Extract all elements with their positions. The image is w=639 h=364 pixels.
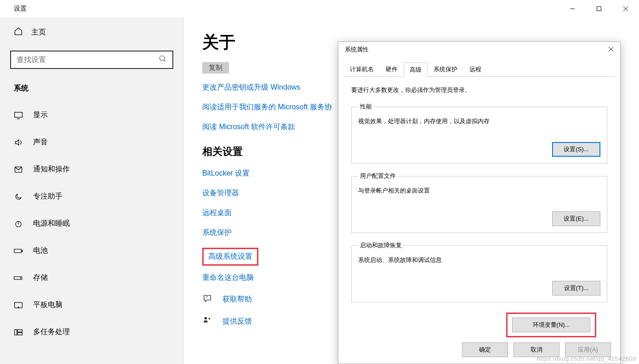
watermark: https://blog.csdn.net/qq_42542609 [537,355,636,362]
tab-computer-name[interactable]: 计算机名 [344,62,380,76]
svg-rect-17 [15,330,17,335]
performance-legend: 性能 [358,102,374,111]
startup-recovery-group: 启动和故障恢复 系统启动、系统故障和调试信息 设置(T)... [351,241,607,302]
svg-text:?: ? [206,296,208,300]
svg-point-21 [205,317,207,319]
sidebar-item-notifications[interactable]: 通知和操作 [0,156,183,183]
sidebar-item-tablet[interactable]: 平板电脑 [0,291,183,318]
sidebar: 主页 系统 显示 声音 通知和操作 专注助手 [0,17,184,364]
environment-variables-button[interactable]: 环境变量(N)... [512,318,590,332]
dialog-content: 要进行大多数更改，你必须作为管理员登录。 性能 视觉效果，处理器计划，内存使用，… [338,77,620,342]
svg-point-16 [18,307,18,307]
svg-rect-12 [22,250,23,251]
feedback-label: 提供反馈 [223,317,252,326]
user-profile-group: 用户配置文件 与登录帐户相关的桌面设置 设置(E)... [351,172,607,233]
sidebar-item-label: 通知和操作 [33,165,70,174]
dialog-tabs: 计算机名 硬件 高级 系统保护 远程 [344,62,615,77]
sidebar-home[interactable]: 主页 [0,22,183,42]
maximize-button[interactable] [586,0,612,17]
sidebar-item-label: 显示 [33,110,48,120]
ok-button[interactable]: 确定 [462,342,508,357]
tab-system-protection[interactable]: 系统保护 [428,62,463,76]
notification-icon [14,165,23,174]
multitask-icon [14,329,23,336]
system-properties-dialog: 系统属性 计算机名 硬件 高级 系统保护 远程 要进行大多数更改，你必须作为管理… [338,41,621,364]
dialog-close-button[interactable] [608,46,614,53]
titlebar: 设置 [0,0,639,17]
tab-hardware[interactable]: 硬件 [380,62,404,76]
dialog-title: 系统属性 [345,46,369,54]
sidebar-item-label: 存储 [33,273,48,283]
svg-line-5 [164,60,165,62]
window-controls [559,0,639,17]
user-profile-settings-button[interactable]: 设置(E)... [552,211,600,226]
svg-rect-1 [597,7,601,11]
dialog-titlebar: 系统属性 [338,42,620,57]
battery-icon [14,248,23,254]
link-advanced-system-settings[interactable]: 高级系统设置 [202,248,258,266]
svg-point-14 [20,278,21,279]
moon-icon [14,193,23,201]
svg-point-22 [209,318,211,320]
sidebar-item-label: 声音 [33,137,48,147]
svg-rect-6 [15,112,23,117]
tab-advanced[interactable]: 高级 [404,63,428,77]
admin-note: 要进行大多数更改，你必须作为管理员登录。 [351,86,607,94]
sidebar-item-label: 电源和睡眠 [33,219,70,228]
search-input[interactable] [17,56,159,64]
svg-rect-11 [14,249,21,253]
startup-recovery-settings-button[interactable]: 设置(T)... [552,281,600,296]
feedback-icon [202,316,212,327]
sound-icon [14,138,23,147]
sidebar-item-label: 多任务处理 [33,327,70,337]
sidebar-section-title: 系统 [0,79,183,102]
sidebar-item-power[interactable]: 电源和睡眠 [0,210,183,237]
search-box[interactable] [10,51,173,69]
sidebar-item-label: 平板电脑 [33,300,63,310]
startup-recovery-desc: 系统启动、系统故障和调试信息 [358,256,600,264]
user-profile-legend: 用户配置文件 [358,172,398,180]
sidebar-item-display[interactable]: 显示 [0,102,183,129]
home-icon [14,27,23,38]
sidebar-item-label: 电池 [33,246,48,256]
performance-group: 性能 视觉效果，处理器计划，内存使用，以及虚拟内存 设置(S)... [351,102,607,164]
window-title: 设置 [14,5,27,13]
get-help-label: 获取帮助 [223,295,252,304]
storage-icon [14,275,23,281]
copy-button[interactable]: 复制 [202,62,229,74]
tab-remote[interactable]: 远程 [463,62,487,76]
performance-settings-button[interactable]: 设置(S)... [552,142,600,157]
env-vars-highlight: 环境变量(N)... [506,313,596,337]
power-icon [14,220,23,228]
svg-rect-19 [17,332,22,335]
performance-desc: 视觉效果，处理器计划，内存使用，以及虚拟内存 [358,117,600,125]
sidebar-item-storage[interactable]: 存储 [0,264,183,291]
minimize-button[interactable] [559,0,586,17]
tablet-icon [14,301,23,309]
sidebar-item-multitask[interactable]: 多任务处理 [0,318,183,346]
user-profile-desc: 与登录帐户相关的桌面设置 [358,187,600,195]
sidebar-item-battery[interactable]: 电池 [0,237,183,264]
svg-rect-18 [17,330,22,332]
sidebar-item-label: 专注助手 [33,192,63,201]
monitor-icon [14,111,23,119]
svg-point-4 [160,56,165,61]
sidebar-item-sound[interactable]: 声音 [0,129,183,156]
startup-recovery-legend: 启动和故障恢复 [358,241,404,250]
home-label: 主页 [31,28,46,37]
sidebar-item-focus[interactable]: 专注助手 [0,183,183,210]
close-button[interactable] [612,0,639,17]
search-icon [159,55,167,65]
help-icon: ? [202,294,212,305]
